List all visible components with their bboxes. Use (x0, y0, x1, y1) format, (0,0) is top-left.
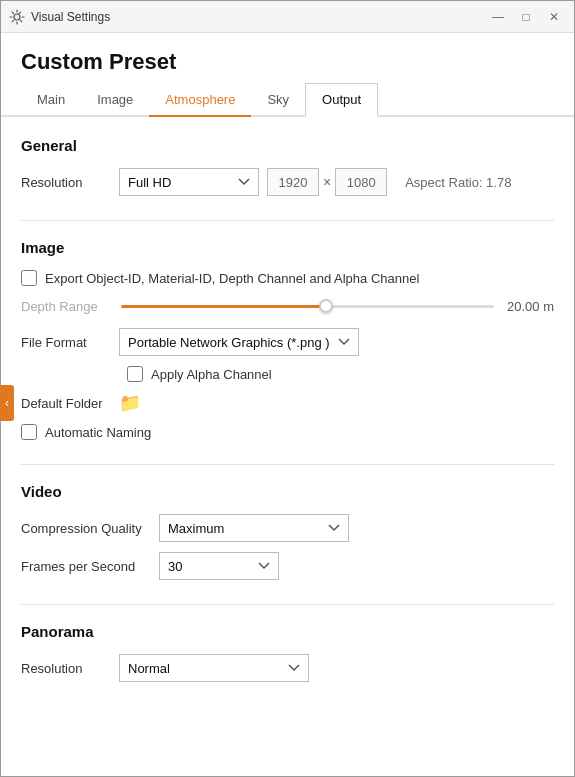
auto-naming-label: Automatic Naming (45, 425, 151, 440)
compression-label: Compression Quality (21, 521, 151, 536)
aspect-ratio-label: Aspect Ratio: 1.78 (405, 175, 511, 190)
width-input[interactable] (267, 168, 319, 196)
resolution-label: Resolution (21, 175, 111, 190)
app-icon (9, 9, 25, 25)
page-title: Custom Preset (1, 33, 574, 83)
panorama-title: Panorama (21, 623, 554, 640)
res-separator: × (323, 174, 331, 190)
divider-3 (21, 604, 554, 605)
default-folder-row: Default Folder 📁 (21, 392, 554, 414)
main-content-area: General Resolution Full HD HD 4K Custom … (1, 117, 574, 776)
resolution-inputs: × (267, 168, 387, 196)
default-folder-label: Default Folder (21, 396, 111, 411)
auto-naming-row: Automatic Naming (21, 424, 554, 440)
main-window: Visual Settings — □ ✕ Custom Preset Main… (0, 0, 575, 777)
svg-point-0 (14, 14, 20, 20)
side-panel-toggle[interactable]: ‹ (0, 385, 14, 421)
general-title: General (21, 137, 554, 154)
window-content: Custom Preset Main Image Atmosphere Sky … (1, 33, 574, 776)
tab-atmosphere[interactable]: Atmosphere (149, 83, 251, 115)
apply-alpha-checkbox[interactable] (127, 366, 143, 382)
panorama-section: Panorama Resolution Normal High Ultra (21, 623, 554, 682)
depth-range-label: Depth Range (21, 299, 121, 314)
close-button[interactable]: ✕ (542, 7, 566, 27)
file-format-label: File Format (21, 335, 111, 350)
depth-slider-thumb (319, 299, 333, 313)
divider-2 (21, 464, 554, 465)
title-bar: Visual Settings — □ ✕ (1, 1, 574, 33)
panorama-resolution-select[interactable]: Normal High Ultra (119, 654, 309, 682)
folder-icon[interactable]: 📁 (119, 392, 141, 414)
height-input[interactable] (335, 168, 387, 196)
tab-sky[interactable]: Sky (251, 83, 305, 115)
depth-slider-track (121, 305, 494, 308)
depth-range-row: Depth Range 20.00 m (21, 296, 554, 316)
fps-row: Frames per Second 30 24 25 60 (21, 552, 554, 580)
export-checkbox[interactable] (21, 270, 37, 286)
resolution-row: Resolution Full HD HD 4K Custom × As (21, 168, 554, 196)
export-checkbox-row: Export Object-ID, Material-ID, Depth Cha… (21, 270, 554, 286)
apply-alpha-label: Apply Alpha Channel (151, 367, 272, 382)
tab-output[interactable]: Output (305, 83, 378, 117)
panorama-resolution-label: Resolution (21, 661, 111, 676)
apply-alpha-row: Apply Alpha Channel (21, 366, 554, 382)
depth-value: 20.00 m (494, 299, 554, 314)
video-section: Video Compression Quality Maximum High M… (21, 483, 554, 580)
fps-select[interactable]: 30 24 25 60 (159, 552, 279, 580)
file-format-row: File Format Portable Network Graphics (*… (21, 328, 554, 356)
auto-naming-checkbox[interactable] (21, 424, 37, 440)
image-section: Image Export Object-ID, Material-ID, Dep… (21, 239, 554, 440)
export-checkbox-label: Export Object-ID, Material-ID, Depth Cha… (45, 271, 419, 286)
minimize-button[interactable]: — (486, 7, 510, 27)
video-title: Video (21, 483, 554, 500)
maximize-button[interactable]: □ (514, 7, 538, 27)
tab-image[interactable]: Image (81, 83, 149, 115)
window-title: Visual Settings (31, 10, 486, 24)
tab-main[interactable]: Main (21, 83, 81, 115)
file-format-select[interactable]: Portable Network Graphics (*.png ) JPEG … (119, 328, 359, 356)
fps-label: Frames per Second (21, 559, 151, 574)
resolution-select[interactable]: Full HD HD 4K Custom (119, 168, 259, 196)
compression-row: Compression Quality Maximum High Medium … (21, 514, 554, 542)
tab-bar: Main Image Atmosphere Sky Output (1, 83, 574, 117)
divider-1 (21, 220, 554, 221)
side-arrow-icon: ‹ (5, 396, 9, 410)
depth-slider-container[interactable] (121, 296, 494, 316)
window-controls: — □ ✕ (486, 7, 566, 27)
compression-select[interactable]: Maximum High Medium Low (159, 514, 349, 542)
general-section: General Resolution Full HD HD 4K Custom … (21, 137, 554, 196)
image-title: Image (21, 239, 554, 256)
panorama-resolution-row: Resolution Normal High Ultra (21, 654, 554, 682)
